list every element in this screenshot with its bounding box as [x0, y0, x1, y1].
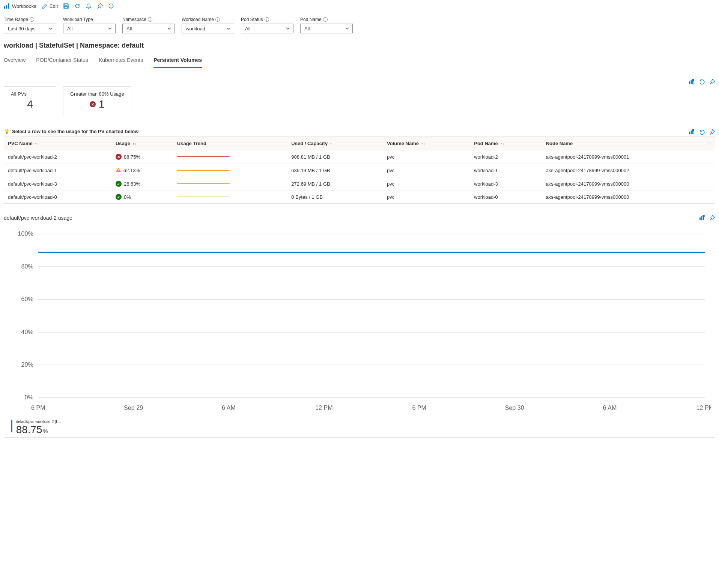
table-row[interactable]: default/pvc-workload-2✕88.75%908.81 MB /…: [4, 150, 715, 164]
svg-text:60%: 60%: [21, 296, 33, 302]
svg-rect-17: [701, 216, 702, 220]
cell-pvc: default/pvc-workload-1: [4, 164, 112, 177]
cell-trend: [173, 150, 288, 164]
cell-node: aks-agentpool-24178999-vmss000002: [542, 164, 715, 177]
card-all-pvs[interactable]: All PVs 4: [4, 86, 56, 115]
logs-icon[interactable]: [688, 129, 694, 135]
time-range-dropdown[interactable]: Last 30 days: [4, 24, 56, 33]
logs-icon[interactable]: [699, 215, 705, 221]
cell-used: 908.81 MB / 1 GB: [287, 150, 383, 164]
workload-name-dropdown[interactable]: workload: [182, 24, 234, 33]
tab-pod-status[interactable]: POD/Container Status: [36, 55, 88, 68]
info-icon[interactable]: i: [265, 17, 269, 22]
cell-used: 0 Bytes / 1 GB: [287, 190, 383, 204]
pin-icon[interactable]: [97, 3, 103, 9]
barchart-icon: [4, 3, 10, 9]
cell-usage: 62.13%: [112, 164, 173, 177]
svg-rect-1: [6, 5, 7, 9]
workload-type-dropdown[interactable]: All: [63, 24, 116, 33]
chevron-down-icon: [226, 26, 231, 31]
card-gt80[interactable]: Greater than 80% Usage ✕ 1: [63, 86, 131, 115]
chevron-down-icon: [345, 26, 349, 31]
filter-pod-status: Pod Statusi All: [241, 17, 293, 33]
card-title: All PVs: [11, 91, 49, 97]
svg-point-13: [692, 129, 694, 131]
error-icon: ✕: [116, 154, 122, 160]
cell-pvc: default/pvc-workload-2: [4, 150, 112, 164]
sort-icon: ↑↓: [421, 141, 425, 146]
col-pvc-name[interactable]: PVC Name↑↓: [4, 137, 112, 150]
logs-icon[interactable]: [688, 79, 694, 85]
namespace-dropdown[interactable]: All: [122, 24, 175, 33]
undo-icon[interactable]: [699, 79, 705, 85]
pin-icon[interactable]: [709, 129, 715, 135]
table-row[interactable]: default/pvc-workload-0✓0%0 Bytes / 1 GBp…: [4, 190, 715, 204]
svg-rect-14: [118, 169, 119, 171]
svg-point-5: [112, 5, 113, 6]
pod-status-dropdown[interactable]: All: [241, 24, 293, 33]
chevron-down-icon: [167, 26, 171, 31]
cell-trend: [173, 190, 288, 204]
col-usage[interactable]: Usage↑↓: [112, 137, 173, 150]
cell-pod: workload-3: [470, 177, 542, 190]
workbooks-button[interactable]: Workbooks: [4, 3, 36, 9]
feedback-icon[interactable]: [108, 3, 114, 9]
svg-rect-10: [689, 132, 690, 134]
info-icon[interactable]: i: [148, 17, 152, 22]
chart-actions: [699, 215, 715, 221]
cell-usage: ✓26.63%: [112, 177, 173, 190]
svg-point-9: [692, 79, 694, 81]
filter-time-range: Time Rangei Last 30 days: [4, 17, 56, 33]
undo-icon[interactable]: [699, 129, 705, 135]
info-icon[interactable]: i: [30, 17, 34, 22]
col-used[interactable]: Used / Capacity↑↓: [287, 137, 383, 150]
cell-pod: workload-1: [470, 164, 542, 177]
svg-text:80%: 80%: [21, 263, 33, 270]
legend-name: default/pvc-workload-2 (L...: [16, 420, 62, 424]
filter-label: Namespacei: [122, 17, 175, 22]
card-value: 1: [99, 98, 105, 110]
tab-persistent-volumes[interactable]: Persistent Volumes: [153, 55, 202, 68]
sort-icon: ↑↓: [35, 141, 39, 146]
svg-rect-6: [689, 81, 690, 84]
svg-text:40%: 40%: [21, 328, 33, 335]
legend-color-bar: [11, 420, 12, 432]
cell-node: aks-agentpool-24178999-vmss000001: [542, 150, 715, 164]
col-node[interactable]: Node Name↑↓: [542, 137, 715, 150]
sort-icon: ↑↓: [500, 141, 504, 146]
svg-rect-2: [8, 3, 9, 9]
panel-actions: [4, 79, 715, 85]
tab-k8s-events[interactable]: Kubernetes Events: [99, 55, 143, 68]
col-pod[interactable]: Pod Name↑↓: [470, 137, 542, 150]
info-icon[interactable]: i: [323, 17, 328, 22]
legend-value: 88.75: [16, 424, 42, 435]
table-row[interactable]: default/pvc-workload-162.13%636.19 MB / …: [4, 164, 715, 177]
table-header-row: PVC Name↑↓ Usage↑↓ Usage Trend Used / Ca…: [4, 137, 715, 150]
svg-rect-7: [691, 80, 692, 84]
pin-icon[interactable]: [709, 215, 715, 221]
chevron-down-icon: [108, 26, 112, 31]
svg-text:6 PM: 6 PM: [31, 404, 45, 411]
filter-workload-type: Workload Type All: [63, 17, 116, 33]
svg-rect-11: [691, 130, 692, 134]
cell-trend: [173, 177, 288, 190]
cell-usage: ✕88.75%: [112, 150, 173, 164]
save-icon[interactable]: [63, 3, 69, 9]
col-volume[interactable]: Volume Name↑↓: [383, 137, 470, 150]
tab-overview[interactable]: Overview: [4, 55, 26, 68]
sort-icon: ↑↓: [132, 141, 137, 146]
alert-icon[interactable]: [86, 3, 92, 9]
chart-legend: default/pvc-workload-2 (L... 88.75%: [8, 416, 711, 437]
edit-button[interactable]: Edit: [42, 3, 58, 9]
pin-icon[interactable]: [709, 79, 715, 85]
svg-rect-0: [4, 6, 5, 9]
toolbar: Workbooks Edit: [4, 0, 715, 13]
pod-name-dropdown[interactable]: All: [300, 24, 353, 33]
cell-pvc: default/pvc-workload-3: [4, 177, 112, 190]
refresh-icon[interactable]: [74, 3, 80, 9]
col-trend[interactable]: Usage Trend: [173, 137, 288, 150]
info-icon[interactable]: i: [215, 17, 220, 22]
table-row[interactable]: default/pvc-workload-3✓26.63%272.69 MB /…: [4, 177, 715, 190]
filter-workload-name: Workload Namei workload: [182, 17, 234, 33]
cell-pod: workload-0: [470, 190, 542, 204]
